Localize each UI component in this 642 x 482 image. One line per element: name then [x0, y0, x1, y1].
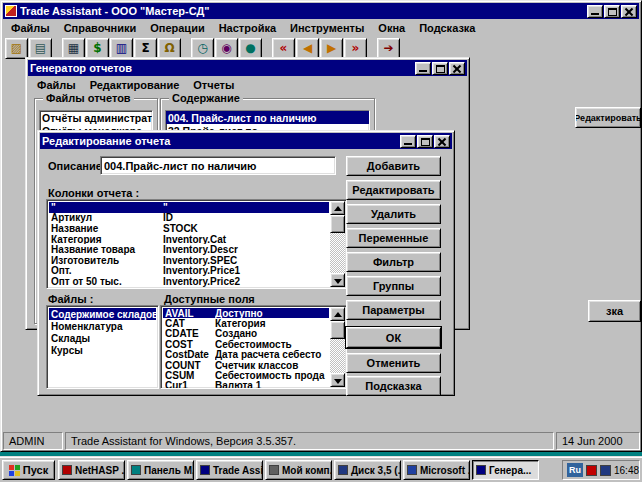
- toolbar-icon: $: [93, 42, 101, 54]
- app-titlebar: Trade Assistant - ООО "Мастер-СД": [3, 3, 639, 19]
- scroll-thumb[interactable]: [330, 215, 345, 233]
- Категория[interactable]: Категория Inventory.Cat: [49, 234, 329, 245]
- language-indicator[interactable]: Ru: [567, 463, 583, 477]
- clock-icon[interactable]: ◷: [191, 38, 214, 59]
- help-button[interactable]: Подсказка: [346, 376, 441, 396]
- CSUM[interactable]: CSUM Себестоимость прода: [163, 370, 329, 380]
- task-button[interactable]: Диск 3,5 (...: [334, 460, 401, 480]
- task-button[interactable]: Trade Assi...: [196, 460, 263, 480]
- Опт.[interactable]: Опт. Inventory.Price1: [49, 266, 329, 277]
- edit-report-button[interactable]: Редактировать: [575, 107, 641, 128]
- app-toolbar: ▨ ▤ ▦ $ ▥ Σ: [5, 37, 400, 59]
- cancel-button[interactable]: Отменить: [346, 353, 441, 373]
- CAT[interactable]: CAT Категория: [163, 318, 329, 328]
- task-button[interactable]: Панель М...: [127, 460, 194, 480]
- nav-first-icon[interactable]: «: [272, 38, 295, 59]
- Опт от 50 тыс.[interactable]: Опт от 50 тыс. Inventory.Price2: [49, 276, 329, 287]
- CostDate[interactable]: CostDate Дата расчета себесто: [163, 350, 329, 360]
- app-icon: [5, 5, 17, 17]
- CDATE[interactable]: CDATE Создано: [163, 329, 329, 339]
- help-button-partial[interactable]: зка: [588, 300, 641, 322]
- side-button[interactable]: Группы: [346, 276, 441, 296]
- toolbar-icon: ◷: [197, 42, 207, 54]
- app-minimize-button[interactable]: [587, 5, 603, 18]
- generator-minimize-button[interactable]: [415, 62, 431, 75]
- users-icon[interactable]: ●: [239, 38, 262, 59]
- menu-item[interactable]: Инструменты: [283, 21, 371, 36]
- menu-item[interactable]: Редактирование: [83, 78, 187, 93]
- task-button[interactable]: Мой комп...: [265, 460, 332, 480]
- dialog-minimize-button[interactable]: [400, 135, 416, 148]
- list-item[interactable]: Склады: [49, 332, 156, 344]
- toolbar-icon: ▦: [68, 42, 79, 54]
- Cur1[interactable]: Cur1 Валюта 1: [163, 381, 329, 389]
- scroll-up-button[interactable]: [330, 307, 345, 321]
- start-label: Пуск: [23, 464, 48, 476]
- print-icon[interactable]: ▤: [29, 38, 52, 59]
- dialog-maximize-button[interactable]: [417, 135, 433, 148]
- menu-item[interactable]: Настройка: [212, 21, 283, 36]
- columns-scrollbar[interactable]: [330, 201, 345, 287]
- fields-scrollbar[interactable]: [330, 307, 345, 387]
- nav-last-icon[interactable]: »: [344, 38, 367, 59]
- COST[interactable]: COST Себестоимость: [163, 339, 329, 349]
- chart-icon[interactable]: ▥: [110, 38, 133, 59]
- task-button[interactable]: Генера...: [472, 460, 539, 480]
- menu-item[interactable]: Отчеты: [186, 78, 241, 93]
- "[interactable]: " ": [49, 202, 329, 213]
- description-input[interactable]: [100, 156, 336, 175]
- nav-next-icon[interactable]: ▶: [320, 38, 343, 59]
- dialog-close-button[interactable]: [434, 135, 450, 148]
- menu-item[interactable]: Файлы: [30, 78, 83, 93]
- side-button[interactable]: Удалить: [346, 204, 441, 224]
- start-button[interactable]: Пуск: [2, 460, 55, 480]
- tray-icon-blue[interactable]: [600, 465, 611, 476]
- sum-icon[interactable]: Σ: [134, 38, 157, 59]
- list-item[interactable]: Отчёты администратора: [40, 111, 152, 124]
- nav-prev-icon[interactable]: ◀: [296, 38, 319, 59]
- task-button[interactable]: NetHASP ...: [58, 460, 125, 480]
- ok-button[interactable]: ОК: [346, 327, 441, 348]
- list-item[interactable]: Курсы: [49, 344, 156, 356]
- scroll-down-button[interactable]: [330, 373, 345, 387]
- cash-icon[interactable]: $: [86, 38, 109, 59]
- available-fields-label: Доступные поля: [164, 293, 255, 305]
- Изготовитель[interactable]: Изготовитель Inventory.SPEC: [49, 255, 329, 266]
- list-item[interactable]: 004. Прайс-лист по наличию: [166, 111, 369, 124]
- list-item[interactable]: Содержимое складов: [49, 308, 156, 320]
- Артикул[interactable]: Артикул ID: [49, 213, 329, 224]
- status-user: ADMIN: [3, 432, 63, 450]
- database-icon[interactable]: ◉: [215, 38, 238, 59]
- open-folder-icon[interactable]: ▨: [5, 38, 28, 59]
- scroll-down-button[interactable]: [330, 273, 345, 287]
- side-button[interactable]: Фильтр: [346, 252, 441, 272]
- generator-title: Генератор отчетов: [30, 62, 412, 74]
- scales-icon[interactable]: Ω: [158, 38, 181, 59]
- task-icon: [62, 465, 72, 475]
- generator-menubar: ФайлыРедактированиеОтчеты: [30, 78, 466, 93]
- app-maximize-button[interactable]: [604, 5, 620, 18]
- Название[interactable]: Название STOCK: [49, 223, 329, 234]
- AVAIL[interactable]: AVAIL Доступно: [163, 308, 329, 318]
- menu-item[interactable]: Операции: [143, 21, 211, 36]
- menu-item[interactable]: Файлы: [4, 21, 57, 36]
- side-button[interactable]: Переменные: [346, 228, 441, 248]
- exit-icon[interactable]: ➔: [377, 38, 400, 59]
- generator-close-button[interactable]: [449, 62, 465, 75]
- side-button[interactable]: Параметры: [346, 300, 441, 320]
- scroll-thumb[interactable]: [330, 321, 345, 339]
- generator-maximize-button[interactable]: [432, 62, 448, 75]
- tray-icon-red[interactable]: [586, 465, 597, 476]
- menu-item[interactable]: Окна: [371, 21, 412, 36]
- COUNT[interactable]: COUNT Счетчик классов: [163, 360, 329, 370]
- app-close-button[interactable]: [621, 5, 637, 18]
- menu-item[interactable]: Справочники: [57, 21, 144, 36]
- menu-item[interactable]: Подсказка: [412, 21, 482, 36]
- side-button[interactable]: Редактировать: [346, 180, 441, 200]
- Название товара[interactable]: Название товара Inventory.Descr: [49, 244, 329, 255]
- task-button[interactable]: Microsoft ...: [403, 460, 470, 480]
- scroll-up-button[interactable]: [330, 201, 345, 215]
- list-item[interactable]: Номенклатура: [49, 320, 156, 332]
- side-button[interactable]: Добавить: [346, 156, 441, 176]
- calculator-icon[interactable]: ▦: [62, 38, 85, 59]
